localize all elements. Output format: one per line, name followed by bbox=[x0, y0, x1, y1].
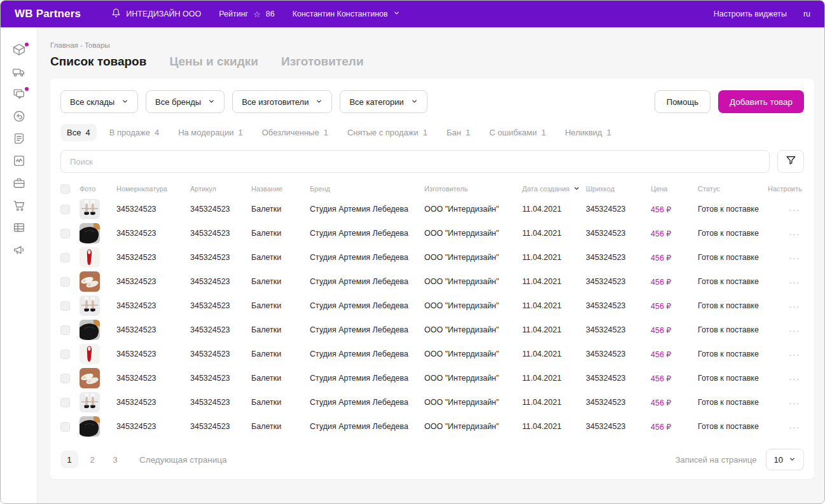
next-page-link[interactable]: Следующая страница bbox=[139, 455, 226, 465]
row-checkbox[interactable] bbox=[60, 350, 70, 359]
status-chip-all[interactable]: Все4 bbox=[60, 124, 97, 141]
help-button[interactable]: Помощь bbox=[655, 90, 711, 113]
status-chip-errors[interactable]: С ошибками1 bbox=[483, 124, 552, 141]
sidebar-item-returns[interactable] bbox=[11, 109, 27, 126]
row-checkbox[interactable] bbox=[60, 253, 70, 262]
status-chip-illiquid[interactable]: Неликвид1 bbox=[558, 124, 618, 141]
company-menu[interactable]: ИНТЕДИЗАЙН ООО bbox=[111, 8, 201, 20]
row-checkbox[interactable] bbox=[60, 398, 70, 407]
tab-manufacturers[interactable]: Изготовители bbox=[281, 55, 364, 69]
sidebar-item-messages[interactable] bbox=[11, 87, 27, 104]
chip-label: Снятые с продажи bbox=[347, 128, 419, 137]
status-chip-on-sale[interactable]: В продаже4 bbox=[103, 124, 165, 141]
user-menu[interactable]: Константин Константинов bbox=[293, 10, 400, 18]
row-menu-button[interactable]: ··· bbox=[789, 398, 800, 407]
product-photo bbox=[80, 223, 100, 243]
wb-partners-logo[interactable]: WB Partners bbox=[15, 8, 81, 20]
row-menu-button[interactable]: ··· bbox=[789, 253, 800, 262]
row-menu-button[interactable]: ··· bbox=[789, 229, 800, 238]
page-button-2[interactable]: 2 bbox=[83, 451, 101, 468]
tab-prices-discounts[interactable]: Цены и скидки bbox=[169, 55, 258, 69]
cell-name: Балетки bbox=[251, 253, 310, 262]
status-chip-ban[interactable]: Бан1 bbox=[440, 124, 476, 141]
row-checkbox[interactable] bbox=[60, 325, 70, 335]
configure-widgets-link[interactable]: Настроить виджеты bbox=[714, 10, 787, 18]
filter-dropdown-manufacturers[interactable]: Все изготовители bbox=[232, 90, 332, 113]
sidebar-item-table[interactable] bbox=[11, 221, 27, 237]
cell-barcode: 345324523 bbox=[586, 229, 651, 238]
filter-dropdown-warehouses[interactable]: Все склады bbox=[60, 90, 138, 113]
per-page-select[interactable]: 10 bbox=[766, 449, 804, 470]
chevron-down-icon bbox=[315, 97, 322, 107]
rating-item[interactable]: Рейтинг ☆ 86 bbox=[219, 10, 274, 18]
row-menu-button[interactable]: ··· bbox=[789, 325, 800, 335]
cell-article: 345324523 bbox=[190, 301, 251, 310]
cell-price: 456 ₽ bbox=[651, 277, 698, 287]
bell-icon bbox=[111, 8, 121, 20]
select-all-checkbox[interactable] bbox=[60, 184, 70, 194]
sidebar-item-documents[interactable] bbox=[11, 132, 27, 148]
col-brand: Бренд bbox=[310, 185, 424, 193]
table-header: Фото Номернклатура Артикул Название Брен… bbox=[60, 180, 804, 197]
row-menu-button[interactable]: ··· bbox=[789, 350, 800, 359]
sidebar-item-megaphone[interactable] bbox=[11, 243, 27, 259]
cell-status: Готов к поставке bbox=[698, 422, 768, 431]
cell-status: Готов к поставке bbox=[698, 205, 768, 214]
breadcrumb: Главная - Товары bbox=[50, 41, 814, 49]
row-checkbox[interactable] bbox=[60, 205, 70, 214]
search-input[interactable] bbox=[60, 150, 770, 173]
row-checkbox[interactable] bbox=[60, 301, 70, 311]
row-menu-button[interactable]: ··· bbox=[789, 374, 800, 383]
cell-status: Готов к поставке bbox=[698, 229, 768, 238]
row-checkbox[interactable] bbox=[60, 422, 70, 432]
cell-name: Балетки bbox=[251, 422, 310, 431]
status-chip-moderation[interactable]: На модерации1 bbox=[172, 124, 249, 141]
row-menu-button[interactable]: ··· bbox=[789, 301, 800, 311]
product-photo bbox=[80, 368, 100, 388]
cell-barcode: 345324523 bbox=[586, 277, 651, 286]
sidebar-item-briefcase[interactable] bbox=[11, 176, 27, 193]
row-menu-button[interactable]: ··· bbox=[789, 422, 800, 432]
cell-brand: Студия Артемия Лебедева bbox=[310, 325, 424, 334]
cell-name: Балетки bbox=[251, 374, 310, 383]
cell-created: 11.04.2021 bbox=[522, 325, 586, 334]
sidebar-item-analytics[interactable] bbox=[11, 154, 27, 170]
table-body: 345324523345324523БалеткиСтудия Артемия … bbox=[60, 197, 804, 439]
language-switcher[interactable]: ru bbox=[803, 10, 810, 18]
sidebar-item-truck[interactable] bbox=[11, 65, 27, 81]
filter-button[interactable] bbox=[777, 150, 804, 173]
page-button-1[interactable]: 1 bbox=[60, 451, 78, 468]
row-checkbox[interactable] bbox=[60, 229, 70, 238]
table-row: 345324523345324523БалеткиСтудия Артемия … bbox=[60, 414, 804, 439]
row-checkbox[interactable] bbox=[60, 277, 70, 287]
row-menu-button[interactable]: ··· bbox=[789, 277, 800, 287]
cell-created: 11.04.2021 bbox=[522, 301, 586, 310]
cell-manufacturer: ООО "Интердизайн" bbox=[424, 398, 522, 407]
col-created-sort[interactable]: Дата создания bbox=[522, 185, 586, 193]
filter-dropdown-brands[interactable]: Все бренды bbox=[146, 90, 225, 113]
tab-products-list[interactable]: Список товаров bbox=[50, 55, 146, 69]
row-menu-button[interactable]: ··· bbox=[789, 205, 800, 214]
status-chip-removed[interactable]: Снятые с продажи1 bbox=[341, 124, 434, 141]
cell-nomenclature: 345324523 bbox=[116, 301, 190, 310]
cell-article: 345324523 bbox=[190, 350, 251, 358]
filter-dropdown-categories[interactable]: Все категории bbox=[340, 90, 427, 113]
cell-article: 345324523 bbox=[190, 325, 251, 334]
row-checkbox[interactable] bbox=[60, 374, 70, 383]
cell-created: 11.04.2021 bbox=[522, 422, 586, 431]
sidebar-item-cart[interactable] bbox=[11, 198, 27, 215]
status-chip-impersonal[interactable]: Обезличенные1 bbox=[256, 124, 335, 141]
cell-created: 11.04.2021 bbox=[522, 277, 586, 286]
add-product-button[interactable]: Добавить товар bbox=[718, 90, 804, 113]
col-article: Артикул bbox=[190, 185, 251, 193]
table-row: 345324523345324523БалеткиСтудия Артемия … bbox=[60, 245, 804, 269]
chip-label: Все bbox=[67, 128, 81, 137]
cell-barcode: 345324523 bbox=[586, 374, 651, 383]
chevron-down-icon bbox=[121, 97, 128, 107]
cell-nomenclature: 345324523 bbox=[116, 398, 190, 407]
sidebar-item-package[interactable] bbox=[11, 43, 27, 59]
cell-status: Готов к поставке bbox=[698, 277, 768, 286]
page-button-3[interactable]: 3 bbox=[106, 451, 124, 468]
cell-price: 456 ₽ bbox=[651, 398, 698, 407]
cell-status: Готов к поставке bbox=[698, 350, 768, 358]
